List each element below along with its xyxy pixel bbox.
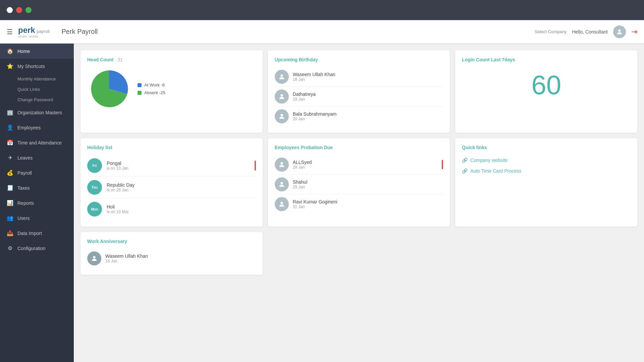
sidebar-sub-monthly-attendance[interactable]: Monthly Attendance <box>0 74 74 84</box>
logout-icon[interactable]: ⇥ <box>631 27 637 36</box>
sidebar-sub-quick-links[interactable]: Quick Links <box>0 84 74 95</box>
sidebar-label-organization-masters: Organization Masters <box>17 110 62 115</box>
avatar[interactable] <box>613 25 626 38</box>
at-work-dot <box>138 83 142 87</box>
probation-marker <box>442 160 443 169</box>
quick-link-company-website[interactable]: 🔗 Company website <box>462 155 631 166</box>
close-button[interactable] <box>7 7 13 13</box>
sidebar-label-reports: Reports <box>17 200 34 206</box>
svg-point-5 <box>280 182 283 184</box>
maximize-button[interactable] <box>25 7 32 13</box>
person-info: Waseem Ullah Khan 18 Jan <box>293 72 335 82</box>
hello-text: Hello, Consultant <box>572 29 608 35</box>
person-avatar <box>275 177 289 191</box>
holiday-badge-thu: Thu <box>87 180 102 195</box>
hamburger-icon[interactable]: ☰ <box>7 28 13 36</box>
payroll-icon: 💰 <box>7 170 13 176</box>
probation-title: Employees Probation Due <box>275 145 443 150</box>
person-avatar <box>87 251 101 265</box>
select-company-label[interactable]: Select Company <box>535 29 567 34</box>
sidebar-label-time-attendance: Time and Attendance <box>17 140 62 145</box>
list-item: Bala Subrahmanyam 20 Jan <box>275 107 443 126</box>
holiday-badge-fri: Fri <box>87 158 102 173</box>
login-count-title: Login Count Last 7days <box>462 57 631 62</box>
logo-payroll-text: payroll <box>37 29 49 34</box>
sidebar-item-reports[interactable]: 📊 Reports <box>0 195 74 210</box>
sidebar: 🏠 Home ⭐ My Shortcuts Monthly Attendance… <box>0 44 74 362</box>
main-body: 🏠 Home ⭐ My Shortcuts Monthly Attendance… <box>0 44 644 362</box>
svg-point-7 <box>93 256 95 258</box>
sidebar-item-organization-masters[interactable]: 🏢 Organization Masters <box>0 105 74 120</box>
sidebar-item-payroll[interactable]: 💰 Payroll <box>0 165 74 180</box>
probation-card: Employees Probation Due ALLSyed 29 Jan <box>268 138 450 227</box>
svg-point-0 <box>618 29 621 32</box>
list-item: Thu Republic Day is on 26 Jan <box>87 177 256 198</box>
app-title: Perk Payroll <box>61 28 98 36</box>
content-area: Head Count · 31 <box>74 44 644 362</box>
birthday-list: Waseem Ullah Khan 18 Jan Dathatreya 19 J… <box>275 67 443 126</box>
sidebar-label-employees: Employees <box>17 125 41 130</box>
navbar-left: ☰ perk payroll simple. reliable. Perk Pa… <box>7 25 98 38</box>
sidebar-item-leaves[interactable]: ✈ Leaves <box>0 150 74 165</box>
sidebar-item-my-shortcuts[interactable]: ⭐ My Shortcuts <box>0 59 74 74</box>
holiday-info: Republic Day is on 26 Jan <box>107 182 135 192</box>
reports-icon: 📊 <box>7 200 13 206</box>
person-avatar <box>275 89 289 104</box>
person-info: ALLSyed 29 Jan <box>293 160 312 170</box>
sidebar-item-users[interactable]: 👥 Users <box>0 210 74 226</box>
pie-chart <box>87 67 131 111</box>
leaves-icon: ✈ <box>7 155 13 161</box>
svg-point-3 <box>280 114 283 116</box>
link-icon: 🔗 <box>462 158 468 163</box>
sidebar-label-payroll: Payroll <box>17 170 32 176</box>
person-info: Ravi Kumar Gogineni 31 Jan <box>293 199 337 209</box>
link-icon: 🔗 <box>462 168 468 174</box>
sidebar-item-configuration[interactable]: ⚙ Configuration <box>0 241 74 256</box>
dashboard-grid: Head Count · 31 <box>80 50 637 275</box>
sidebar-item-time-attendance[interactable]: 📅 Time and Attendance <box>0 135 74 150</box>
list-item: Ravi Kumar Gogineni 31 Jan <box>275 194 443 214</box>
employees-icon: 👤 <box>7 124 13 131</box>
person-avatar <box>275 70 289 84</box>
sidebar-item-home[interactable]: 🏠 Home <box>0 44 74 59</box>
holiday-list: Fri Pongal is on 13 Jan Thu <box>87 155 256 220</box>
list-item: Dathatreya 19 Jan <box>275 87 443 107</box>
anniversary-card: Work Anniversary Waseem Ullah Khan 18 Ja… <box>80 232 263 275</box>
window-chrome <box>0 0 644 20</box>
list-item: Waseem Ullah Khan 18 Jan <box>275 67 443 87</box>
holiday-badge-mon: Mon <box>87 202 102 217</box>
sidebar-label-monthly-attendance: Monthly Attendance <box>17 76 56 81</box>
sidebar-item-taxes[interactable]: 🧾 Taxes <box>0 180 74 195</box>
holiday-title: Holiday list <box>87 145 256 150</box>
sidebar-label-taxes: Taxes <box>17 185 30 191</box>
navbar-right: Select Company Hello, Consultant ⇥ <box>535 25 637 38</box>
holiday-card: Holiday list Fri Pongal is on 13 Jan <box>80 138 263 227</box>
sidebar-label-configuration: Configuration <box>17 246 45 251</box>
head-count-card: Head Count · 31 <box>80 50 263 133</box>
sidebar-label-my-shortcuts: My Shortcuts <box>17 64 45 69</box>
pie-container: At Work -6 Absent -25 <box>87 67 256 111</box>
head-count-title: Head Count · 31 <box>87 57 256 62</box>
svg-point-2 <box>280 94 283 97</box>
sidebar-sub-change-password[interactable]: Change Password <box>0 95 74 105</box>
taxes-icon: 🧾 <box>7 185 13 191</box>
navbar: ☰ perk payroll simple. reliable. Perk Pa… <box>0 20 644 44</box>
birthday-title: Upcoming Birthday <box>275 57 443 62</box>
list-item: Fri Pongal is on 13 Jan <box>87 155 256 177</box>
pie-legend: At Work -6 Absent -25 <box>138 82 165 95</box>
person-info: Dathatreya 19 Jan <box>293 92 316 102</box>
minimize-button[interactable] <box>16 7 22 13</box>
anniversary-title: Work Anniversary <box>87 239 256 244</box>
sidebar-item-employees[interactable]: 👤 Employees <box>0 120 74 135</box>
sidebar-item-data-import[interactable]: 📥 Data Import <box>0 226 74 241</box>
logo-tagline: simple. reliable. <box>18 35 49 38</box>
sidebar-label-data-import: Data Import <box>17 231 42 236</box>
legend-absent: Absent -25 <box>138 90 165 95</box>
organization-icon: 🏢 <box>7 109 13 116</box>
sidebar-label-leaves: Leaves <box>17 155 33 161</box>
sidebar-label-change-password: Change Password <box>17 97 53 102</box>
person-avatar <box>275 197 289 211</box>
quick-link-auto-time-card[interactable]: 🔗 Auto Time Card Process <box>462 166 631 176</box>
list-item: Shahul 29 Jan <box>275 175 443 194</box>
list-item: ALLSyed 29 Jan <box>275 155 443 175</box>
